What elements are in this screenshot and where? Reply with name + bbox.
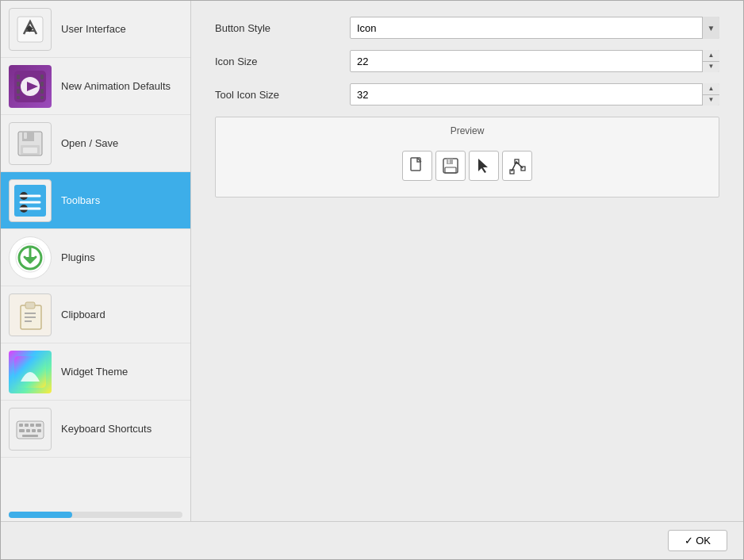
dialog-footer: ✓ OK (1, 521, 743, 559)
sidebar-scrollbar-thumb (9, 512, 72, 518)
sidebar: User Interface (1, 1, 191, 521)
tool-icon-size-input[interactable] (350, 83, 719, 105)
sidebar-item-plugins[interactable]: Plugins (1, 229, 190, 286)
button-style-row: Button Style Icon Text Icon and Text ▼ (215, 17, 719, 39)
svg-rect-39 (37, 429, 41, 432)
icon-size-label: Icon Size (215, 56, 342, 67)
clipboard-icon (9, 293, 52, 336)
sidebar-label-plugins: Plugins (61, 251, 95, 263)
svg-rect-4 (17, 89, 20, 94)
svg-rect-2 (17, 75, 20, 79)
sidebar-item-new-animation-defaults[interactable]: New Animation Defaults (1, 58, 190, 115)
svg-rect-38 (32, 429, 36, 432)
svg-rect-26 (25, 302, 35, 309)
sidebar-item-keyboard-shortcuts[interactable]: Keyboard Shortcuts (1, 401, 190, 458)
toolbars-icon (9, 179, 52, 222)
preview-save-button[interactable] (435, 151, 466, 181)
sidebar-label-new-animation-defaults: New Animation Defaults (61, 80, 171, 92)
sidebar-label-toolbars: Toolbars (61, 194, 100, 206)
icon-size-control: ▲ ▼ (350, 50, 719, 72)
icon-size-down-button[interactable]: ▼ (703, 62, 719, 73)
svg-rect-6 (40, 75, 44, 79)
sidebar-item-clipboard[interactable]: Clipboard (1, 286, 190, 343)
icon-size-input[interactable] (350, 50, 719, 72)
svg-rect-32 (19, 424, 23, 427)
icon-size-arrows: ▲ ▼ (702, 50, 719, 72)
sidebar-label-user-interface: User Interface (61, 23, 126, 35)
sidebar-label-clipboard: Clipboard (61, 309, 105, 320)
preview-label: Preview (224, 125, 711, 136)
sidebar-label-widget-theme: Widget Theme (61, 366, 128, 378)
svg-rect-7 (40, 82, 44, 86)
svg-rect-17 (14, 185, 46, 217)
ok-button[interactable]: ✓ OK (668, 530, 727, 551)
preview-cursor-button[interactable] (469, 151, 499, 181)
tool-icon-size-up-button[interactable]: ▲ (703, 83, 719, 95)
tool-icon-size-control: ▲ ▼ (350, 83, 719, 105)
open-save-icon (9, 122, 52, 165)
sidebar-scrollbar[interactable] (9, 512, 182, 518)
svg-rect-14 (24, 132, 27, 139)
tool-icon-size-spinbox: ▲ ▼ (350, 83, 719, 105)
icon-size-spinbox: ▲ ▼ (350, 50, 719, 72)
icon-size-up-button[interactable]: ▲ (703, 50, 719, 62)
sidebar-item-toolbars[interactable]: Toolbars (1, 172, 190, 229)
main-content: Button Style Icon Text Icon and Text ▼ I… (191, 1, 743, 521)
widget-theme-icon (9, 351, 52, 393)
sidebar-label-keyboard-shortcuts: Keyboard Shortcuts (61, 423, 151, 435)
dialog-body: User Interface (1, 1, 743, 521)
svg-rect-16 (23, 148, 37, 153)
button-style-label: Button Style (215, 22, 342, 34)
keyboard-shortcuts-icon (9, 408, 52, 451)
tool-icon-size-row: Tool Icon Size ▲ ▼ (215, 83, 719, 105)
tool-icon-size-arrows: ▲ ▼ (702, 83, 719, 105)
sidebar-item-user-interface[interactable]: User Interface (1, 1, 190, 58)
icon-size-row: Icon Size ▲ ▼ (215, 50, 719, 72)
svg-rect-36 (19, 429, 25, 432)
settings-dialog: User Interface (0, 0, 744, 560)
button-style-control: Icon Text Icon and Text ▼ (350, 17, 719, 39)
user-interface-icon (9, 8, 52, 51)
tool-icon-size-down-button[interactable]: ▼ (703, 95, 719, 106)
preview-new-doc-button[interactable] (402, 151, 432, 181)
svg-rect-40 (22, 435, 38, 437)
button-style-select[interactable]: Icon Text Icon and Text (350, 17, 719, 39)
new-animation-defaults-icon (9, 65, 52, 108)
svg-rect-37 (26, 429, 30, 432)
preview-icons (224, 143, 711, 189)
svg-rect-5 (17, 96, 20, 99)
svg-rect-44 (448, 159, 450, 163)
svg-rect-33 (25, 424, 29, 427)
sidebar-label-open-save: Open / Save (61, 137, 118, 149)
svg-rect-9 (40, 96, 44, 99)
sidebar-item-open-save[interactable]: Open / Save (1, 115, 190, 172)
preview-node-edit-button[interactable] (502, 151, 532, 181)
preview-box: Preview (215, 117, 719, 198)
tool-icon-size-label: Tool Icon Size (215, 89, 342, 101)
plugins-icon (9, 236, 52, 279)
svg-rect-3 (17, 82, 20, 86)
svg-rect-8 (40, 89, 44, 94)
svg-rect-34 (30, 424, 34, 427)
sidebar-item-widget-theme[interactable]: Widget Theme (1, 343, 190, 401)
svg-marker-46 (478, 159, 488, 173)
svg-rect-45 (445, 167, 456, 173)
svg-rect-35 (36, 424, 41, 427)
